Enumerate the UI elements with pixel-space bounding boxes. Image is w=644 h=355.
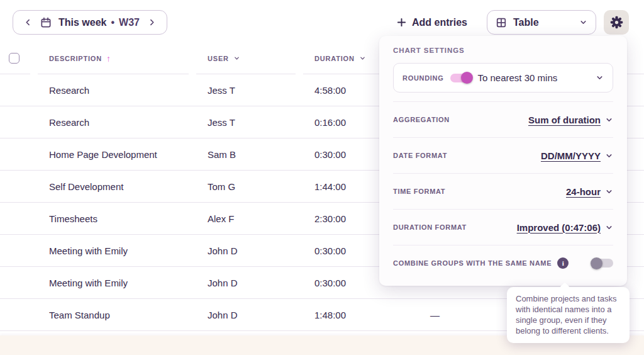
setting-row-time-format[interactable]: TIME FORMAT24-hour xyxy=(393,173,613,209)
row-duration: 0:16:00 xyxy=(303,117,390,128)
row-duration: 0:30:00 xyxy=(303,149,390,160)
combine-groups-tooltip: Combine projects and tasks with identica… xyxy=(507,287,630,343)
row-description: Team Standup xyxy=(38,310,189,320)
setting-row-aggregation[interactable]: AGGREGATIONSum of duration xyxy=(393,101,613,137)
row-description: Research xyxy=(38,85,189,96)
combine-groups-toggle[interactable] xyxy=(592,259,613,268)
setting-row-date-format[interactable]: DATE FORMATDD/MM/YYYY xyxy=(393,137,613,173)
chevron-down-icon xyxy=(579,18,587,26)
week-label[interactable]: This week xyxy=(58,17,106,28)
column-label: DESCRIPTION xyxy=(49,55,102,62)
view-mode-select[interactable]: Table xyxy=(487,10,596,35)
calendar-icon xyxy=(40,17,52,28)
add-entries-button[interactable]: Add entries xyxy=(397,17,467,28)
week-number: W37 xyxy=(119,17,140,28)
chevron-left-icon xyxy=(24,18,32,26)
row-user: John D xyxy=(196,245,296,256)
column-header-description[interactable]: DESCRIPTION ↑ xyxy=(38,43,189,74)
setting-value[interactable]: DD/MM/YYYY xyxy=(541,150,601,161)
add-entries-label: Add entries xyxy=(412,17,467,28)
setting-label: AGGREGATION xyxy=(393,116,450,123)
settings-rows: AGGREGATIONSum of durationDATE FORMATDD/… xyxy=(393,101,613,245)
chevron-down-icon xyxy=(605,116,613,124)
row-duration: 0:30:00 xyxy=(303,245,390,256)
sort-ascending-icon[interactable]: ↑ xyxy=(106,54,111,63)
chevron-down-icon xyxy=(605,223,613,232)
setting-value[interactable]: Improved (0:47:06) xyxy=(517,222,601,233)
setting-row-duration-format[interactable]: DURATION FORMATImproved (0:47:06) xyxy=(393,209,613,245)
row-duration: 1:44:00 xyxy=(303,181,390,192)
row-duration: 0:30:00 xyxy=(303,278,390,288)
row-duration: 4:58:00 xyxy=(303,85,390,96)
timesheet-app: This week • W37 Add entries Table xyxy=(0,0,644,355)
setting-label: DURATION FORMAT xyxy=(393,223,467,231)
panel-title: CHART SETTINGS xyxy=(393,46,613,55)
column-label: DURATION xyxy=(314,55,355,62)
week-separator: • xyxy=(111,17,114,28)
setting-value[interactable]: Sum of duration xyxy=(528,115,601,125)
setting-label: DATE FORMAT xyxy=(393,152,447,159)
row-user: Tom G xyxy=(196,181,296,192)
chevron-down-icon xyxy=(605,188,613,196)
rounding-value: To nearest 30 mins xyxy=(478,72,558,83)
rounding-label: ROUNDING xyxy=(402,74,444,82)
plus-icon xyxy=(397,18,406,27)
row-duration: 1:48:00 xyxy=(303,310,390,320)
column-label: USER xyxy=(208,55,229,62)
rounding-setting[interactable]: ROUNDING To nearest 30 mins xyxy=(393,63,613,93)
next-week-button[interactable] xyxy=(147,17,157,28)
row-description: Self Development xyxy=(38,181,189,192)
chevron-down-icon xyxy=(605,152,613,160)
gear-icon xyxy=(610,16,623,29)
row-duration: 2:30:00 xyxy=(303,213,390,224)
combine-groups-label: COMBINE GROUPS WITH THE SAME NAME xyxy=(393,259,552,267)
chevron-down-icon xyxy=(233,55,240,62)
view-mode-value: Table xyxy=(513,17,539,28)
week-navigator[interactable]: This week • W37 xyxy=(13,10,167,35)
row-user: Jess T xyxy=(196,117,296,128)
row-user: Jess T xyxy=(196,85,296,96)
chevron-right-icon xyxy=(148,18,156,26)
row-description: Timesheets xyxy=(38,213,189,224)
row-description: Meeting with Emily xyxy=(38,245,189,256)
row-description: Research xyxy=(38,117,189,128)
table-grid-icon xyxy=(496,17,507,28)
row-user: Sam B xyxy=(196,149,296,160)
rounding-toggle[interactable] xyxy=(450,74,472,82)
row-user: Alex F xyxy=(196,213,296,224)
column-header-user[interactable]: USER xyxy=(196,43,296,74)
tooltip-text: Combine projects and tasks with identica… xyxy=(516,294,616,335)
row-description: Home Page Development xyxy=(38,149,189,160)
combine-groups-setting: COMBINE GROUPS WITH THE SAME NAME i xyxy=(393,245,613,281)
setting-label: TIME FORMAT xyxy=(393,188,445,195)
row-description: Meeting with Emily xyxy=(38,278,189,288)
select-all-cell xyxy=(0,43,30,74)
setting-value[interactable]: 24-hour xyxy=(566,186,601,197)
toggle-knob xyxy=(591,257,602,269)
chevron-down-icon xyxy=(359,55,366,62)
chart-settings-panel: CHART SETTINGS ROUNDING To nearest 30 mi… xyxy=(379,36,627,286)
row-user: John D xyxy=(196,278,296,288)
chevron-down-icon xyxy=(596,74,604,82)
settings-button[interactable] xyxy=(604,10,629,35)
column-header-duration[interactable]: DURATION xyxy=(303,43,390,74)
info-icon[interactable]: i xyxy=(557,257,569,269)
toolbar-actions: Add entries Table xyxy=(397,10,629,35)
select-all-checkbox[interactable] xyxy=(9,53,19,64)
toggle-knob xyxy=(461,72,473,84)
row-user: John D xyxy=(196,310,296,320)
previous-week-button[interactable] xyxy=(23,17,33,28)
